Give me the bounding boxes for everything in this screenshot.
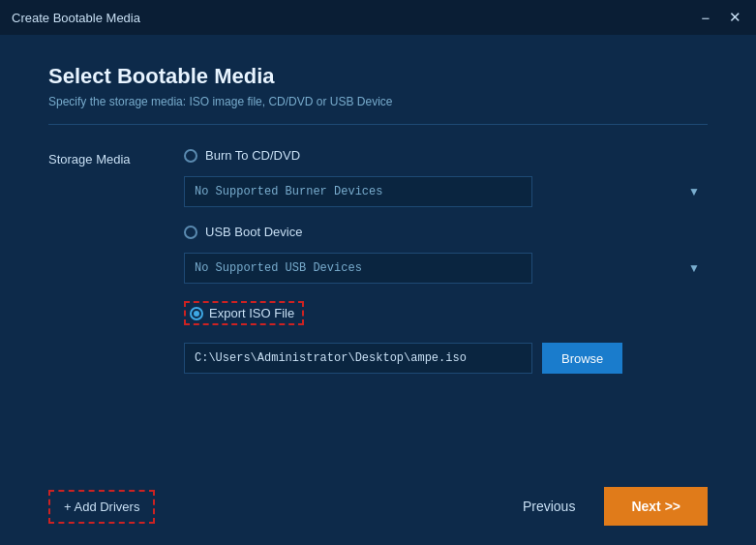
page-title: Select Bootable Media [48, 64, 708, 89]
burn-cd-label: Burn To CD/DVD [205, 148, 300, 163]
divider [48, 124, 708, 125]
export-iso-row: Export ISO File [184, 301, 708, 325]
storage-media-row: Storage Media Burn To CD/DVD No Supporte… [48, 148, 708, 374]
burn-cd-radio[interactable] [184, 149, 197, 163]
form-controls: Burn To CD/DVD No Supported Burner Devic… [184, 148, 708, 374]
usb-boot-radio[interactable] [184, 226, 197, 239]
cd-dropdown-arrow: ▼ [688, 185, 700, 198]
cd-dropdown-wrapper: No Supported Burner Devices ▼ [184, 176, 708, 207]
add-drivers-button[interactable]: + Add Drivers [48, 490, 155, 524]
iso-path-input[interactable] [184, 343, 532, 374]
browse-button[interactable]: Browse [542, 343, 622, 374]
burn-cd-row: Burn To CD/DVD [184, 148, 708, 163]
previous-button[interactable]: Previous [503, 487, 594, 526]
window-title: Create Bootable Media [12, 11, 140, 25]
usb-boot-label: USB Boot Device [205, 225, 302, 239]
main-window: Create Bootable Media − ✕ Select Bootabl… [0, 0, 756, 545]
export-iso-outline: Export ISO File [184, 301, 304, 325]
usb-dropdown-wrapper: No Supported USB Devices ▼ [184, 253, 708, 284]
export-iso-label: Export ISO File [209, 306, 294, 320]
usb-dropdown-arrow: ▼ [688, 261, 700, 275]
export-iso-radio[interactable] [190, 307, 203, 320]
iso-path-row: Browse [184, 343, 708, 374]
cd-dropdown[interactable]: No Supported Burner Devices [184, 176, 532, 207]
content-area: Select Bootable Media Specify the storag… [0, 35, 756, 477]
close-button[interactable]: ✕ [725, 8, 744, 27]
next-button[interactable]: Next >> [604, 487, 708, 526]
usb-boot-row: USB Boot Device [184, 225, 708, 239]
page-subtitle: Specify the storage media: ISO image fil… [48, 95, 708, 108]
nav-buttons: Previous Next >> [503, 487, 708, 526]
usb-dropdown[interactable]: No Supported USB Devices [184, 253, 532, 284]
footer: + Add Drivers Previous Next >> [0, 477, 756, 545]
title-controls: − ✕ [696, 8, 744, 27]
minimize-button[interactable]: − [696, 8, 715, 27]
storage-media-label: Storage Media [48, 148, 155, 167]
title-bar: Create Bootable Media − ✕ [0, 0, 756, 35]
